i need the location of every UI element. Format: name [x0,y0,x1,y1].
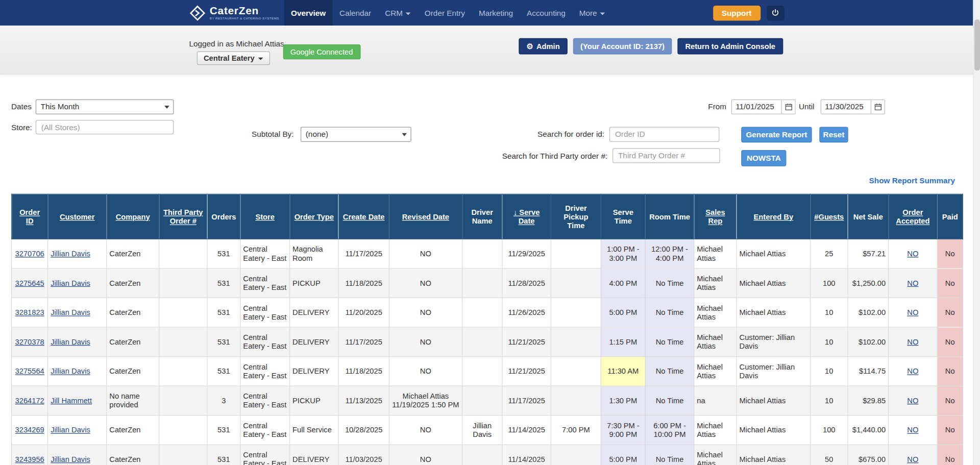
cell-create-date: 11/17/2025 [338,327,389,357]
cell-store: Central Eatery - East [240,298,290,327]
cell-net-sale: $1,440.00 [848,415,889,445]
cell-sales-rep: Michael Attias [694,239,737,268]
cell-company: CaterZen [107,298,159,327]
column-header-serve-date[interactable]: ↓ Serve Date [502,194,551,239]
cell-third-party-order [159,357,207,386]
cell-driver-name [462,327,502,357]
until-date-input[interactable] [821,100,871,114]
order-id-link[interactable]: 3243956 [15,455,44,463]
column-header-third-party-order[interactable]: Third Party Order # [159,194,207,239]
customer-link[interactable]: Jillian Davis [51,367,90,376]
cell-order-id: 3243956 [12,445,48,465]
store-input[interactable] [36,120,174,134]
until-calendar-button[interactable] [871,100,885,114]
cell-net-sale: $1,250.00 [848,268,889,298]
column-header-order-id[interactable]: Order ID [12,194,48,239]
column-header-create-date[interactable]: Create Date [338,194,389,239]
customer-link[interactable]: Jillian Davis [51,250,90,258]
column-header-label: Third Party Order # [163,208,203,225]
column-header-store[interactable]: Store [240,194,290,239]
cell-driver-pickup-time [551,327,601,357]
cell-orders: 531 [207,415,240,445]
customer-link[interactable]: Jillian Davis [51,279,90,287]
cell-customer: Jillian Davis [48,239,107,268]
column-header-label: Sales Rep [705,208,725,225]
cell-serve-time: 1:30 PM [601,386,645,415]
subtotal-select[interactable]: (none) [301,127,411,142]
order-id-link[interactable]: 3270378 [15,337,44,346]
column-header-revised-date[interactable]: Revised Date [389,194,462,239]
order-accepted-link[interactable]: NO [907,396,918,405]
cell-entered-by: Customer: Jillian Davis [737,327,810,357]
nowsta-button[interactable]: NOWSTA [741,150,786,166]
cell-serve-date: 11/28/2025 [502,268,551,298]
column-header-sales-rep[interactable]: Sales Rep [694,194,737,239]
order-accepted-link[interactable]: NO [907,367,918,376]
cell-create-date: 11/20/2025 [338,298,389,327]
scrollbar-thumb[interactable] [974,19,980,70]
order-accepted-link[interactable]: NO [907,426,918,434]
customer-link[interactable]: Jillian Davis [51,455,90,463]
order-id-link[interactable]: 3281823 [15,308,44,317]
cell-third-party-order [159,386,207,415]
show-report-summary-link[interactable]: Show Report Summary [869,176,955,185]
dates-label: Dates [11,103,32,111]
customer-link[interactable]: Jillian Davis [51,426,90,434]
cell-driver-name [462,386,502,415]
reset-button[interactable]: Reset [819,127,848,143]
until-label: Until [799,103,815,111]
order-accepted-link[interactable]: NO [907,337,918,346]
cell-create-date: 11/18/2025 [338,268,389,298]
store-label: Store: [11,123,32,132]
from-date-input[interactable] [731,100,782,114]
column-header-label: Store [255,212,275,221]
column-header-order-accepted[interactable]: Order Accepted [889,194,938,239]
third-party-input[interactable] [612,148,720,163]
order-id-link[interactable]: 3234269 [15,426,44,434]
cell-create-date: 11/13/2025 [338,386,389,415]
column-header-label: Company [116,212,150,221]
column-header-company[interactable]: Company [107,194,159,239]
order-id-link[interactable]: 3264172 [15,396,44,405]
order-accepted-link[interactable]: NO [907,455,918,463]
cell-serve-time: 1:00 PM - 3:00 PM [601,239,645,268]
column-header-order-type[interactable]: Order Type [290,194,339,239]
cell-entered-by: Customer: Jillian Davis [737,357,810,386]
column-header-customer[interactable]: Customer [48,194,107,239]
subtotal-select-wrap: (none) [301,127,411,142]
customer-link[interactable]: Jillian Davis [51,337,90,346]
cell-store: Central Eatery - East [240,239,290,268]
order-accepted-link[interactable]: NO [907,279,918,287]
generate-report-button[interactable]: Generate Report [741,127,812,143]
cell-order-type: DELIVERY [290,357,339,386]
table-row: 3264172Jill HammettNo name provided3Cent… [12,386,963,415]
order-accepted-link[interactable]: NO [907,250,918,258]
cell-entered-by: Michael Attias [737,268,810,298]
cell-driver-name [462,357,502,386]
cell-net-sale: $102.00 [848,327,889,357]
order-id-input[interactable] [609,127,720,142]
table-row: 3281823Jillian DavisCaterZen531Central E… [12,298,963,327]
order-id-link[interactable]: 3275564 [15,367,44,376]
cell-third-party-order [159,415,207,445]
column-header-net-sale: Net Sale [848,194,889,239]
table-row: 3243956Jillian DavisCaterZen531Central E… [12,445,963,465]
column-header-guests[interactable]: #Guests [811,194,848,239]
order-accepted-link[interactable]: NO [907,308,918,317]
customer-link[interactable]: Jillian Davis [51,308,90,317]
cell-customer: Jillian Davis [48,298,107,327]
order-id-link[interactable]: 3275645 [15,279,44,287]
cell-customer: Jill Hammett [48,386,107,415]
customer-link[interactable]: Jill Hammett [51,396,92,405]
cell-driver-pickup-time [551,298,601,327]
cell-guests: 10 [811,357,848,386]
cell-sales-rep: Michael Attias [694,357,737,386]
dates-select[interactable]: This Month [36,100,174,114]
from-calendar-button[interactable] [782,100,796,114]
cell-driver-pickup-time [551,445,601,465]
vertical-scrollbar[interactable] [973,0,980,465]
cell-order-id: 3281823 [12,298,48,327]
cell-room-time: No Time [645,445,694,465]
column-header-entered-by[interactable]: Entered By [737,194,810,239]
order-id-link[interactable]: 3270706 [15,250,44,258]
